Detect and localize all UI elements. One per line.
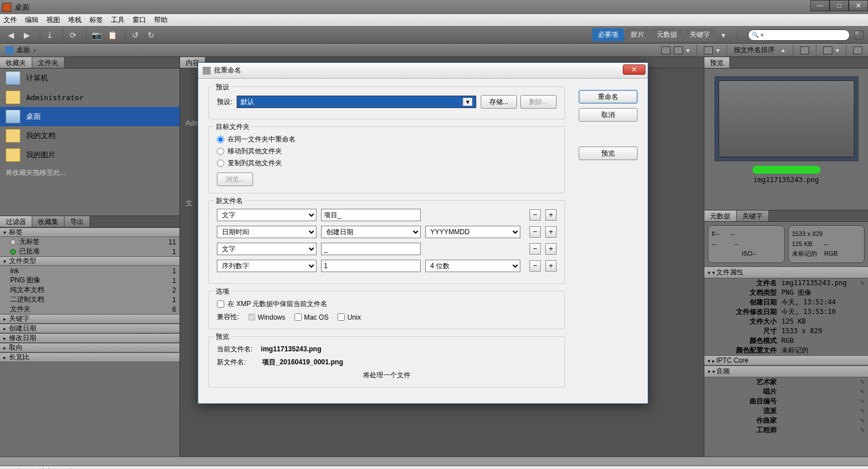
trash-icon[interactable] bbox=[853, 46, 862, 54]
tab-metadata[interactable]: 元数据 bbox=[704, 210, 737, 221]
pencil-icon[interactable]: ✎ bbox=[860, 406, 865, 416]
pencil-icon[interactable]: ✎ bbox=[860, 425, 865, 435]
menu-标签[interactable]: 标签 bbox=[89, 15, 103, 25]
workspace-tab-metadata[interactable]: 元数据 bbox=[651, 28, 683, 41]
rotate-ccw-button[interactable]: ↺ bbox=[129, 29, 142, 41]
meta-section[interactable]: ▾ 文件属性 bbox=[704, 266, 868, 278]
rule-type-select[interactable]: 日期时间 bbox=[217, 226, 317, 238]
menu-编辑[interactable]: 编辑 bbox=[25, 15, 39, 25]
path-location[interactable]: 桌面 bbox=[16, 45, 30, 55]
add-rule-button[interactable]: + bbox=[545, 209, 557, 221]
add-rule-button[interactable]: + bbox=[545, 243, 557, 255]
workspace-tab-keywords[interactable]: 关键字 bbox=[684, 28, 716, 41]
meta-section[interactable]: ▸ IPTC Core bbox=[704, 355, 868, 365]
compact-mode-icon[interactable] bbox=[854, 31, 863, 40]
filter-section-关键字[interactable]: 关键字 bbox=[0, 314, 179, 324]
sort-label[interactable]: 按文件名排序 bbox=[734, 45, 775, 55]
workspace-tab-essentials[interactable]: 必要项 bbox=[592, 28, 624, 41]
tab-keywords[interactable]: 关键字 bbox=[737, 210, 769, 221]
camera-icon[interactable]: 📷 bbox=[90, 29, 102, 41]
preset-save-button[interactable]: 存储... bbox=[481, 95, 517, 109]
menu-视图[interactable]: 视图 bbox=[46, 15, 60, 25]
meta-row[interactable]: 流派✎ bbox=[704, 406, 868, 416]
remove-rule-button[interactable]: − bbox=[529, 209, 541, 221]
filter-section-取向[interactable]: 取向 bbox=[0, 343, 179, 352]
maximize-button[interactable]: □ bbox=[829, 0, 849, 11]
meta-row[interactable]: 唱片✎ bbox=[704, 387, 868, 397]
horizontal-scrollbar[interactable] bbox=[0, 457, 868, 466]
close-button[interactable]: ✕ bbox=[849, 0, 868, 11]
menu-工具[interactable]: 工具 bbox=[111, 15, 125, 25]
preset-delete-button[interactable]: 删除... bbox=[520, 95, 557, 109]
filter-section-修改日期[interactable]: 修改日期 bbox=[0, 333, 179, 343]
rotate-cw-button[interactable]: ↻ bbox=[145, 29, 157, 41]
view-list-icon[interactable] bbox=[674, 46, 683, 54]
favorite-item[interactable]: 计算机 bbox=[0, 68, 179, 88]
favorite-item[interactable]: Administrator bbox=[0, 88, 179, 107]
filter-row[interactable]: 纯文本文档2 bbox=[0, 285, 179, 295]
remove-rule-button[interactable]: − bbox=[529, 260, 541, 272]
rule-type-select[interactable]: 文字 bbox=[217, 243, 317, 255]
rule-value-input[interactable] bbox=[321, 260, 421, 272]
favorite-item[interactable]: 桌面 bbox=[0, 107, 179, 126]
filter-section-长宽比[interactable]: 长宽比 bbox=[0, 352, 179, 362]
compat-mac-checkbox[interactable] bbox=[294, 313, 302, 321]
refresh-button[interactable]: ⟳ bbox=[67, 29, 79, 41]
rename-button[interactable]: 重命名 bbox=[579, 90, 638, 104]
minimize-button[interactable]: — bbox=[810, 0, 829, 11]
remove-rule-button[interactable]: − bbox=[529, 243, 541, 255]
xmp-checkbox[interactable] bbox=[217, 300, 224, 308]
menu-堆栈[interactable]: 堆栈 bbox=[68, 15, 82, 25]
favorite-item[interactable]: 我的文档 bbox=[0, 126, 179, 145]
tab-favorites[interactable]: 收藏夹 bbox=[0, 57, 32, 68]
add-rule-button[interactable]: + bbox=[545, 226, 557, 238]
remove-rule-button[interactable]: − bbox=[529, 226, 541, 238]
meta-row[interactable]: 作曲家✎ bbox=[704, 416, 868, 425]
preset-select[interactable]: 默认 bbox=[237, 96, 476, 108]
tab-folders[interactable]: 文件夹 bbox=[32, 57, 65, 68]
tab-filter[interactable]: 过滤器 bbox=[0, 216, 32, 227]
rule-digits-select[interactable]: 4 位数 bbox=[425, 260, 520, 272]
filter-row[interactable]: 文件夹6 bbox=[0, 304, 179, 314]
rule-value-input[interactable] bbox=[321, 209, 421, 221]
new-folder-icon[interactable] bbox=[800, 46, 809, 54]
menu-帮助[interactable]: 帮助 bbox=[154, 15, 168, 25]
workspace-tab-filmstrip[interactable]: 胶片 bbox=[625, 28, 650, 41]
favorite-item[interactable]: 我的图片 bbox=[0, 145, 179, 165]
filter-star-icon[interactable] bbox=[704, 46, 713, 54]
view-grid-icon[interactable] bbox=[661, 46, 670, 54]
menu-文件[interactable]: 文件 bbox=[3, 15, 17, 25]
radio-copy-folder[interactable] bbox=[217, 160, 224, 167]
reveal-button[interactable]: ⤓ bbox=[44, 29, 56, 41]
pencil-icon[interactable]: ✎ bbox=[860, 387, 865, 397]
chevron-right-icon[interactable]: › bbox=[33, 46, 36, 54]
filter-row[interactable]: lnk1 bbox=[0, 266, 179, 276]
open-dropdown-icon[interactable]: ▾ bbox=[836, 46, 839, 54]
radio-same-folder[interactable] bbox=[217, 136, 224, 143]
rule-format-select[interactable]: YYYYMMDD bbox=[425, 226, 520, 238]
rule-subtype-select[interactable]: 创建日期 bbox=[321, 226, 421, 238]
pencil-icon[interactable]: ✎ bbox=[860, 377, 865, 387]
menu-窗口[interactable]: 窗口 bbox=[132, 15, 146, 25]
compat-unix-checkbox[interactable] bbox=[337, 313, 345, 321]
filter-section-创建日期[interactable]: 创建日期 bbox=[0, 324, 179, 333]
pencil-icon[interactable]: ✎ bbox=[860, 278, 865, 288]
cancel-button[interactable]: 取消 bbox=[579, 108, 638, 122]
sort-ascending-icon[interactable]: ▲ bbox=[780, 47, 786, 53]
filter-row[interactable]: 已批准1 bbox=[0, 247, 179, 256]
add-rule-button[interactable]: + bbox=[545, 260, 557, 272]
filter-section-文件类型[interactable]: 文件类型 bbox=[0, 256, 179, 266]
clipboard-icon[interactable]: 📋 bbox=[106, 29, 118, 41]
rule-value-input[interactable] bbox=[321, 243, 421, 255]
rule-type-select[interactable]: 序列数字 bbox=[217, 260, 317, 272]
filter-row[interactable]: PNG 图像1 bbox=[0, 276, 179, 285]
search-input[interactable]: ▾ bbox=[748, 29, 850, 41]
tab-collections[interactable]: 收藏集 bbox=[32, 216, 65, 227]
rating-bar[interactable] bbox=[752, 166, 820, 174]
filter-dropdown-icon[interactable]: ▾ bbox=[716, 46, 720, 54]
meta-row[interactable]: 文件名img117135243.png✎ bbox=[704, 278, 868, 288]
pencil-icon[interactable]: ✎ bbox=[860, 416, 865, 425]
pencil-icon[interactable]: ✎ bbox=[860, 397, 865, 406]
tab-preview[interactable]: 预览 bbox=[704, 57, 730, 68]
meta-section[interactable]: ▾ 音频 bbox=[704, 365, 868, 377]
